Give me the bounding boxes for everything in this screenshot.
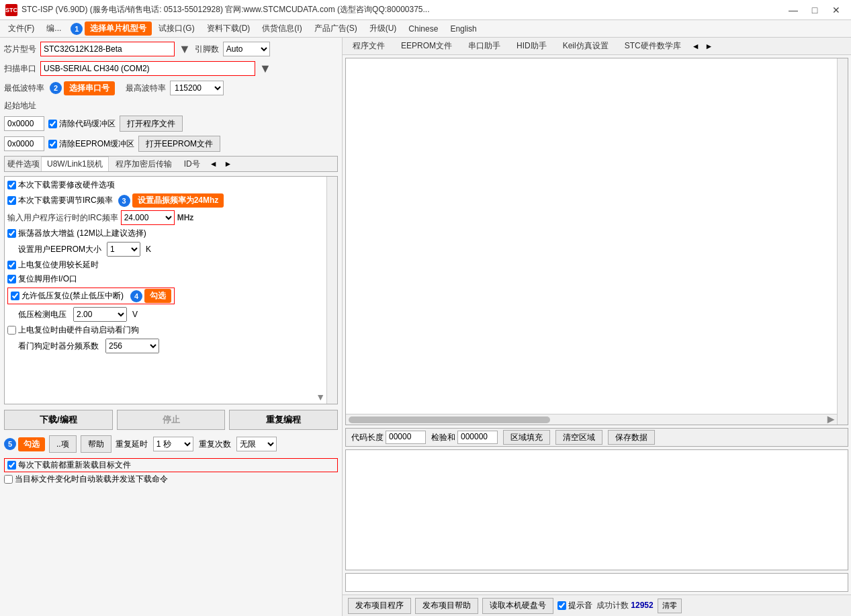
auto-send-checkbox[interactable] xyxy=(4,475,13,484)
hw-opt-row-6: 允许低压复位(禁止低压中断) 4 勾选 xyxy=(7,288,175,304)
clear-count-btn[interactable]: 清零 xyxy=(658,599,682,613)
right-tab-1[interactable]: EEPROM文件 xyxy=(394,38,459,54)
hw-opt-2-label[interactable]: 本次下载需要调节IRC频率 xyxy=(7,195,113,206)
auto-send-check-label[interactable]: 当目标文件变化时自动装载并发送下载命令 xyxy=(4,474,168,485)
menu-upgrade[interactable]: 升级(U) xyxy=(364,21,402,36)
right-tab-arrow-left[interactable]: ◄ xyxy=(690,42,702,51)
save-data-btn[interactable]: 保存数据 xyxy=(608,430,655,445)
clear-eeprom-checkbox[interactable] xyxy=(48,140,57,148)
menu-english[interactable]: English xyxy=(445,23,482,35)
hw-tab-arrow-left[interactable]: ◄ xyxy=(207,159,220,169)
scroll-arrow-right[interactable]: ► xyxy=(825,412,837,425)
download-btn[interactable]: 下载/编程 xyxy=(4,410,113,430)
right-tab-3[interactable]: HID助手 xyxy=(509,38,554,54)
maximize-button[interactable]: □ xyxy=(805,3,824,17)
hw-tab-0[interactable]: U8W/Link1脱机 xyxy=(41,157,109,171)
menu-supply[interactable]: 供货信息(I) xyxy=(257,21,307,36)
clear-eeprom-check-label[interactable]: 清除EEPROM缓冲区 xyxy=(48,138,134,150)
title-bar-left: STC STC-ISP (V6.90D) (服务电话/销售电话: 0513-55… xyxy=(5,4,430,16)
irc-row: 输入用户程序运行时的IRC频率 24.000 MHz xyxy=(7,210,326,225)
publish-help-btn[interactable]: 发布项目帮助 xyxy=(415,598,478,614)
hw-opt-4-label[interactable]: 上电复位使用较长延时 xyxy=(7,259,99,271)
hex-scrollbar-v[interactable] xyxy=(837,58,848,425)
repeat-row: 重复延时 1 秒 重复次数 无限 xyxy=(116,437,277,451)
menu-chinese[interactable]: Chinese xyxy=(403,23,443,35)
chip-row: 芯片型号 ▼ 引脚数 Auto xyxy=(4,42,338,56)
addr-input-1[interactable] xyxy=(4,116,44,131)
beep-check-label[interactable]: 提示音 xyxy=(557,600,592,611)
right-tab-5[interactable]: STC硬件数学库 xyxy=(617,38,688,54)
left-panel: 芯片型号 ▼ 引脚数 Auto 扫描串口 ▼ 最低波特率 2 选择串口号 最高波… xyxy=(0,38,343,616)
annotation-badge-1: 1 xyxy=(71,23,83,35)
addr-input-2[interactable] xyxy=(4,136,44,151)
menu-download[interactable]: 资料下载(D) xyxy=(201,21,256,36)
menu-test-port[interactable]: 试接口(G) xyxy=(153,21,199,36)
right-tab-4[interactable]: Keil仿真设置 xyxy=(555,38,616,54)
clear-code-checkbox[interactable] xyxy=(48,120,57,128)
hw-opt-2-checkbox[interactable] xyxy=(7,196,16,205)
fill-btn[interactable]: 区域填充 xyxy=(503,430,550,445)
reload-checkbox[interactable] xyxy=(7,461,16,470)
close-button[interactable]: ✕ xyxy=(827,3,846,17)
right-tab-2[interactable]: 串口助手 xyxy=(461,38,508,54)
hex-footer: 代码长度 00000 检验和 000000 区域填充 清空区域 保存数据 xyxy=(345,428,848,447)
hw-opt-3-label[interactable]: 振荡器放大增益 (12M以上建议选择) xyxy=(7,228,146,239)
hw-opt-3-checkbox[interactable] xyxy=(7,229,16,238)
open-program-btn[interactable]: 打开程序文件 xyxy=(120,116,183,132)
hw-opt-6-checkbox[interactable] xyxy=(11,292,19,300)
clear-code-check-label[interactable]: 清除代码缓冲区 xyxy=(48,118,116,130)
right-tab-0[interactable]: 程序文件 xyxy=(345,38,392,54)
hw-opt-6-label[interactable]: 允许低压复位(禁止低压中断) xyxy=(11,290,124,302)
read-disk-btn[interactable]: 读取本机硬盘号 xyxy=(482,598,553,614)
repeat-delay-select[interactable]: 1 秒 xyxy=(153,437,193,451)
port-input[interactable] xyxy=(40,61,255,76)
reload-check-label[interactable]: 每次下载前都重新装载目标文件 xyxy=(7,459,131,471)
chip-input[interactable] xyxy=(40,42,175,56)
help-btn[interactable]: 帮助 xyxy=(81,435,111,453)
hw-opt-5-checkbox[interactable] xyxy=(7,275,16,283)
menu-promo[interactable]: 产品广告(S) xyxy=(309,21,363,36)
redownload-btn[interactable]: 重复编程 xyxy=(229,410,338,430)
right-tab-arrow-right[interactable]: ► xyxy=(703,42,715,51)
annotation-text-5: 勾选 xyxy=(18,437,45,451)
port-label: 扫描串口 xyxy=(4,63,36,75)
pin-select[interactable]: Auto xyxy=(223,42,270,56)
right-tabs: 程序文件 EEPROM文件 串口助手 HID助手 Keil仿真设置 STC硬件数… xyxy=(343,38,851,55)
voltage-select[interactable]: 2.00 xyxy=(73,307,127,322)
beep-checkbox[interactable] xyxy=(557,601,566,610)
hw-tab-2[interactable]: ID号 xyxy=(179,157,206,171)
repeat-count-select[interactable]: 无限 xyxy=(236,437,277,451)
watchdog-select[interactable]: 256 xyxy=(105,339,159,353)
menu-file[interactable]: 文件(F) xyxy=(3,21,40,36)
hex-scrollbar-h[interactable]: ► xyxy=(346,414,837,425)
menu-edit[interactable]: 编... xyxy=(41,21,66,36)
stop-btn[interactable]: 停止 xyxy=(117,410,226,430)
publish-btn[interactable]: 发布项目程序 xyxy=(348,598,411,614)
open-eeprom-btn[interactable]: 打开EEPROM文件 xyxy=(138,136,220,152)
annotation-text-4: 勾选 xyxy=(144,289,171,303)
hw-opt-4-checkbox[interactable] xyxy=(7,261,16,269)
pin-label: 引脚数 xyxy=(195,44,219,55)
max-baud-select[interactable]: 115200 xyxy=(170,81,224,95)
hw-opt-7-label[interactable]: 上电复位时由硬件自动启动看门狗 xyxy=(7,324,139,336)
minimize-button[interactable]: — xyxy=(784,3,803,17)
irc-select[interactable]: 24.000 xyxy=(121,210,175,225)
hw-panel-scrollbar[interactable] xyxy=(326,177,337,404)
hw-opt-row-7: 上电复位时由硬件自动启动看门狗 xyxy=(7,324,326,336)
hex-scroll-thumb-h[interactable] xyxy=(349,416,550,423)
eeprom-size-select[interactable]: 1 xyxy=(107,242,140,257)
clear-area-btn[interactable]: 清空区域 xyxy=(555,430,602,445)
watchdog-row: 看门狗定时器分频系数 256 xyxy=(18,339,326,353)
hw-opt-1-checkbox[interactable] xyxy=(7,181,16,189)
hw-scroll-down-arrow[interactable]: ▼ xyxy=(316,392,325,402)
code-len-label: 代码长度 xyxy=(351,432,384,443)
hw-tab-arrow-right[interactable]: ► xyxy=(222,159,235,169)
hw-opt-5-label[interactable]: 复位脚用作I/O口 xyxy=(7,273,77,285)
check-opt-btn[interactable]: ..项 xyxy=(49,435,77,453)
hw-tab-1[interactable]: 程序加密后传输 xyxy=(110,157,177,171)
eeprom-size-unit: K xyxy=(146,245,151,254)
port-dropdown-arrow[interactable]: ▼ xyxy=(259,62,271,76)
hw-opt-7-checkbox[interactable] xyxy=(7,326,16,335)
chip-dropdown-arrow[interactable]: ▼ xyxy=(179,42,191,56)
hw-opt-1-label[interactable]: 本次下载需要修改硬件选项 xyxy=(7,179,115,191)
